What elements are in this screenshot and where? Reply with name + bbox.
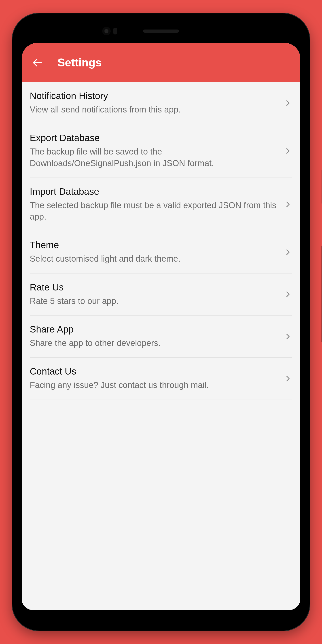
chevron-right-icon [283,332,292,341]
settings-item-theme[interactable]: Theme Select customised light and dark t… [30,231,292,273]
chevron-right-icon [283,146,292,156]
back-arrow-icon [32,57,43,68]
item-title: Notification History [30,90,279,101]
item-subtitle: The selected backup file must be a valid… [30,200,279,223]
chevron-right-icon [283,98,292,108]
item-title: Import Database [30,186,279,197]
settings-list: Notification History View all send notif… [22,82,300,400]
appbar: Settings [22,43,300,82]
item-subtitle: Rate 5 stars to our app. [30,296,279,307]
settings-item-import-database[interactable]: Import Database The selected backup file… [30,178,292,232]
item-subtitle: The backup file will be saved to the Dow… [30,146,279,169]
phone-camera [102,27,111,35]
item-title: Share App [30,324,279,335]
item-subtitle: View all send notifications from this ap… [30,104,279,116]
list-item-text: Rate Us Rate 5 stars to our app. [30,282,283,307]
list-item-text: Theme Select customised light and dark t… [30,240,283,264]
item-title: Rate Us [30,282,279,293]
settings-item-rate-us[interactable]: Rate Us Rate 5 stars to our app. [30,274,292,316]
list-item-text: Notification History View all send notif… [30,90,283,116]
back-button[interactable] [28,54,46,72]
list-item-text: Export Database The backup file will be … [30,132,283,169]
app-screen: Settings Notification History View all s… [22,43,300,610]
list-item-text: Share App Share the app to other develop… [30,324,283,349]
settings-item-notification-history[interactable]: Notification History View all send notif… [30,82,292,124]
item-subtitle: Facing any issue? Just contact us throug… [30,380,279,391]
settings-item-share-app[interactable]: Share App Share the app to other develop… [30,316,292,358]
settings-item-contact-us[interactable]: Contact Us Facing any issue? Just contac… [30,358,292,400]
phone-inner: Settings Notification History View all s… [17,18,305,626]
chevron-right-icon [283,290,292,299]
page-title: Settings [58,56,102,69]
settings-item-export-database[interactable]: Export Database The backup file will be … [30,124,292,178]
list-item-text: Contact Us Facing any issue? Just contac… [30,366,283,391]
item-subtitle: Share the app to other developers. [30,338,279,349]
chevron-right-icon [283,248,292,257]
list-item-text: Import Database The selected backup file… [30,186,283,223]
phone-sensor [113,28,117,34]
item-title: Contact Us [30,366,279,377]
chevron-right-icon [283,374,292,383]
chevron-right-icon [283,200,292,209]
phone-speaker [143,30,179,33]
item-title: Export Database [30,132,279,143]
phone-frame: Settings Notification History View all s… [12,14,310,630]
item-title: Theme [30,240,279,250]
item-subtitle: Select customised light and dark theme. [30,253,279,264]
